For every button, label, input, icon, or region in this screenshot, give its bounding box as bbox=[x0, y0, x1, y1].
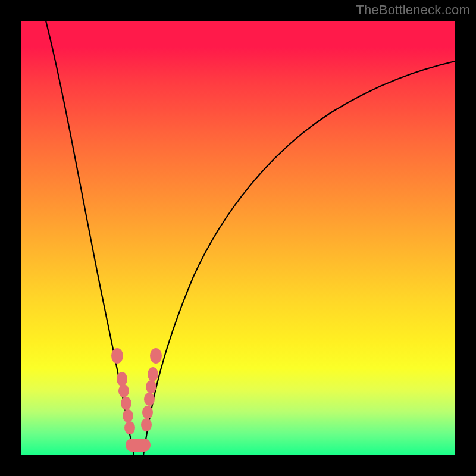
chart-frame: TheBottleneck.com bbox=[0, 0, 476, 476]
marker-left-5 bbox=[123, 409, 133, 422]
marker-right-5 bbox=[142, 406, 153, 419]
marker-bottom-pill bbox=[126, 439, 151, 452]
marker-left-6 bbox=[124, 421, 135, 434]
chart-plot-area bbox=[21, 21, 455, 455]
right-curve bbox=[143, 61, 455, 455]
marker-left-3 bbox=[118, 384, 129, 397]
marker-right-2 bbox=[148, 367, 158, 381]
marker-left-2 bbox=[117, 372, 127, 386]
marker-left-4 bbox=[121, 397, 131, 410]
watermark-text: TheBottleneck.com bbox=[356, 2, 470, 18]
marker-right-3 bbox=[146, 380, 156, 393]
marker-right-6 bbox=[141, 418, 152, 431]
marker-right-4 bbox=[144, 393, 155, 406]
chart-svg bbox=[21, 21, 455, 455]
marker-right-1 bbox=[150, 348, 162, 364]
marker-left-1 bbox=[111, 348, 123, 364]
